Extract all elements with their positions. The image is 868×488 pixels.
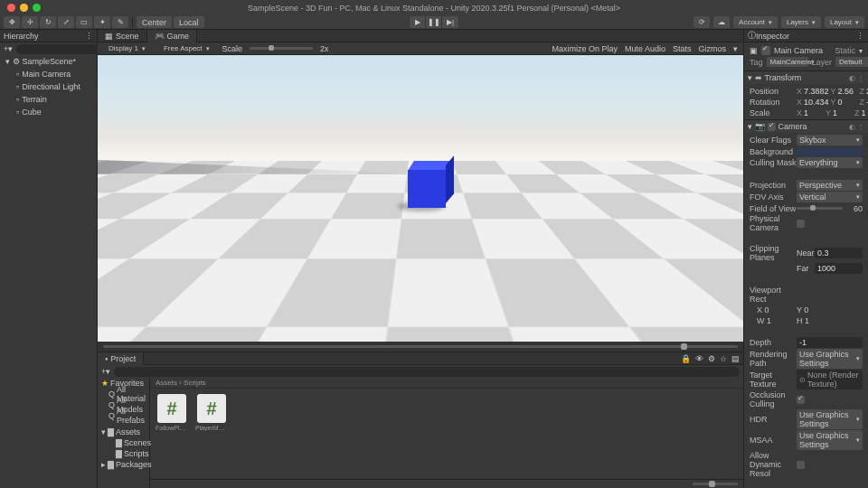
game-tab[interactable]: 🎮 Game (147, 30, 198, 42)
camera-component: ▾ 📷 Camera◐ ⋮ Clear FlagsSkybox Backgrou… (744, 120, 868, 488)
project-icon[interactable]: ▤ (731, 354, 740, 363)
transform-tool[interactable]: ✦ (94, 16, 110, 28)
folder-item[interactable]: ▇ Scenes (98, 437, 149, 448)
project-icon[interactable]: 👁 (695, 354, 703, 363)
viewport-scrollbar[interactable] (98, 342, 743, 352)
fovaxis-dropdown[interactable]: Vertical (797, 192, 863, 202)
create-icon[interactable]: +▾ (4, 44, 13, 53)
window-title: SampleScene - 3D Fun - PC, Mac & Linux S… (248, 4, 620, 13)
hierarchy-item[interactable]: ▫ Cube (0, 106, 97, 118)
pos-y[interactable]: 2.56 (838, 87, 858, 96)
projection-dropdown[interactable]: Perspective (797, 180, 863, 191)
object-name[interactable]: Main Camera (774, 46, 831, 55)
gizmos-toggle[interactable]: Gizmos (698, 44, 726, 53)
script-asset[interactable]: #PlayerMov… (195, 394, 228, 474)
inspector-tab[interactable]: ⓘ Inspector⋮ (744, 30, 868, 42)
scale-value: 2x (320, 44, 329, 53)
hierarchy-item[interactable]: ▫ Main Camera (0, 68, 97, 80)
hierarchy-tab[interactable]: Hierarchy⋮ (0, 30, 97, 42)
target-texture-field[interactable]: None (Render Texture) (797, 370, 863, 389)
tag-dropdown[interactable]: MainCamera (767, 57, 808, 67)
mute-audio[interactable]: Mute Audio (625, 44, 665, 53)
transform-component: ▾ ⬌ Transform◐ ⋮ PositionX7.3882Y2.56Z2.… (744, 71, 868, 120)
layer-dropdown[interactable]: Default (835, 57, 868, 67)
thumbnail-size-slider[interactable] (693, 483, 738, 485)
pause-button[interactable]: ❚❚ (426, 16, 442, 28)
hand-tool[interactable]: ✥ (4, 16, 20, 28)
rect-tool[interactable]: ▭ (76, 16, 92, 28)
collab-icon[interactable]: ⟳ (693, 16, 710, 28)
fav-item[interactable]: Q All Prefabs (98, 410, 149, 421)
center-tabs: ▦ Scene 🎮 Game (98, 30, 743, 42)
hdr-dropdown[interactable]: Use Graphics Settings (797, 409, 863, 429)
playback-controls: ▶ ❚❚ ▶| (410, 16, 458, 28)
close-icon[interactable] (7, 4, 15, 12)
breadcrumb[interactable]: Assets › Scripts (150, 378, 743, 389)
occlusion-toggle[interactable] (797, 396, 805, 404)
maximize-icon[interactable] (33, 4, 41, 12)
game-toolbar: Display 1 Free Aspect Scale 2x Maximize … (98, 42, 743, 55)
background-color[interactable] (797, 147, 863, 156)
project-tree[interactable]: ★Favorites Q All Material Q All Models Q… (98, 378, 150, 488)
script-asset[interactable]: #FollowPlay… (156, 394, 188, 474)
titlebar: SampleScene - 3D Fun - PC, Mac & Linux S… (0, 0, 868, 15)
hierarchy-item[interactable]: ▫ Terrain (0, 93, 97, 106)
game-viewport[interactable] (98, 55, 743, 342)
project-icon[interactable]: ⚙ (708, 354, 715, 363)
scene-row[interactable]: ▾ ⚙ SampleScene* (0, 55, 97, 68)
main-toolbar: ✥ ✢ ↻ ⤢ ▭ ✦ ✎ Center Local ▶ ❚❚ ▶| ⟳ ☁ A… (0, 15, 868, 30)
project-icon[interactable]: 🔒 (681, 354, 691, 363)
active-toggle[interactable] (761, 46, 770, 55)
step-button[interactable]: ▶| (442, 16, 458, 28)
gameobject-icon: ▣ (750, 46, 758, 55)
folder-item[interactable]: ▇ Scripts (98, 448, 149, 459)
pivot-center-toggle[interactable]: Center (137, 16, 172, 28)
custom-tool[interactable]: ✎ (112, 16, 128, 28)
inspector-panel: ⓘ Inspector⋮ ▣Main CameraStatic▾ TagMain… (743, 30, 868, 488)
hierarchy-item[interactable]: ▫ Directional Light (0, 80, 97, 93)
scale-tool[interactable]: ⤢ (58, 16, 74, 28)
project-create-icon[interactable]: +▾ (101, 367, 110, 376)
dynres-toggle[interactable] (797, 461, 805, 469)
fov-slider[interactable] (797, 207, 843, 210)
play-button[interactable]: ▶ (410, 16, 426, 28)
rotate-tool[interactable]: ↻ (40, 16, 56, 28)
assets-folder[interactable]: ▾ ▇ Assets (98, 427, 149, 437)
layers-dropdown[interactable]: Layers (781, 16, 821, 28)
cube-object (408, 170, 446, 208)
clear-flags-dropdown[interactable]: Skybox (797, 135, 863, 145)
depth-field[interactable]: -1 (797, 337, 863, 348)
project-tab[interactable]: ▪ Project (98, 352, 144, 365)
display-dropdown[interactable]: Display 1 (103, 42, 151, 54)
project-panel: ▪ Project🔒👁⚙☆▤ +▾ ★Favorites Q All Mater… (98, 352, 743, 488)
hierarchy-panel: Hierarchy⋮ +▾ ▾ ⚙ SampleScene* ▫ Main Ca… (0, 30, 98, 488)
project-search[interactable] (114, 367, 740, 377)
packages-folder[interactable]: ▸ ▇ Packages (98, 459, 149, 470)
culling-dropdown[interactable]: Everything (797, 157, 863, 168)
window-controls (0, 4, 41, 12)
msaa-dropdown[interactable]: Use Graphics Settings (797, 430, 863, 450)
cloud-icon[interactable]: ☁ (713, 16, 730, 28)
pivot-local-toggle[interactable]: Local (174, 16, 204, 28)
clip-far[interactable]: 1000 (815, 263, 863, 274)
pos-x[interactable]: 7.3882 (804, 87, 829, 96)
scene-tab[interactable]: ▦ Scene (98, 30, 147, 42)
account-dropdown[interactable]: Account (733, 16, 778, 28)
project-icon[interactable]: ☆ (720, 354, 727, 363)
scale-label: Scale (222, 44, 243, 53)
stats-toggle[interactable]: Stats (673, 44, 692, 53)
maximize-on-play[interactable]: Maximize On Play (552, 44, 618, 53)
move-tool[interactable]: ✢ (22, 16, 38, 28)
rendering-path-dropdown[interactable]: Use Graphics Settings (797, 349, 863, 369)
physical-camera-toggle[interactable] (797, 220, 805, 228)
clip-near[interactable]: 0.3 (815, 248, 863, 258)
minimize-icon[interactable] (20, 4, 28, 12)
layout-dropdown[interactable]: Layout (825, 16, 864, 28)
scale-slider[interactable] (269, 45, 274, 51)
aspect-dropdown[interactable]: Free Aspect (158, 42, 215, 54)
